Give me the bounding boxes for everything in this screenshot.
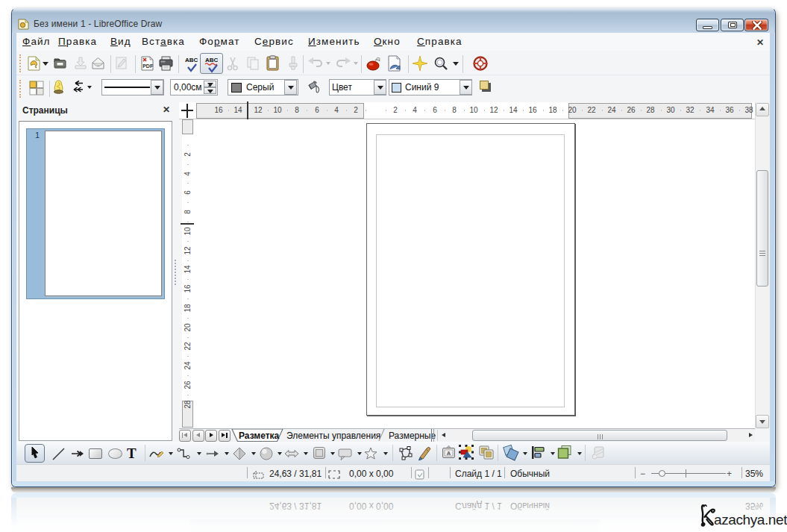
svg-text:ABC: ABC xyxy=(205,57,219,63)
svg-text:PDF: PDF xyxy=(142,63,154,69)
svg-text:ABC: ABC xyxy=(185,57,198,63)
svg-text:A: A xyxy=(447,450,451,457)
